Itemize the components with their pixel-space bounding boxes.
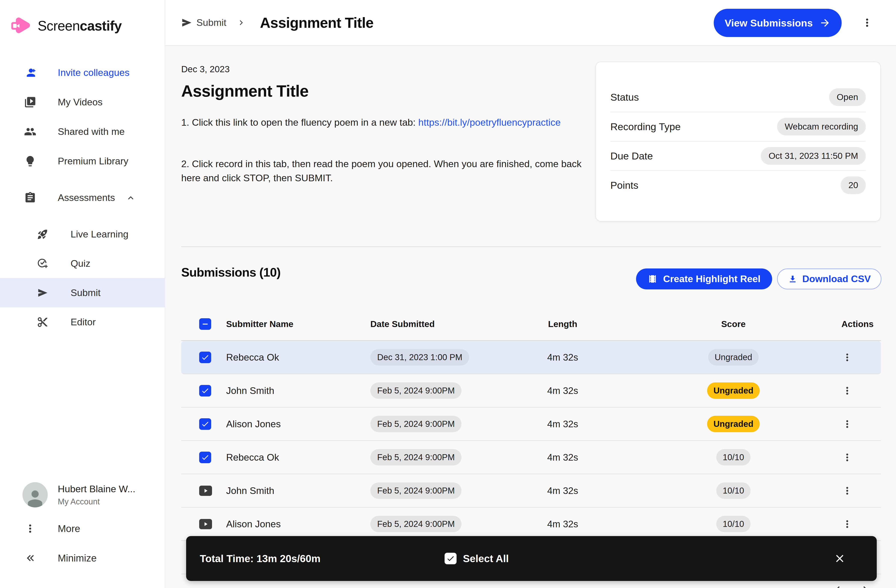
clipboard-icon bbox=[24, 191, 37, 204]
column-header-actions: Actions bbox=[841, 319, 881, 329]
submissions-table: Submitter NameDate SubmittedLengthScoreA… bbox=[181, 308, 881, 574]
assignment-details-card: Status Open Recording Type Webcam record… bbox=[596, 62, 881, 222]
scissors-icon bbox=[37, 316, 48, 328]
date-submitted-pill: Feb 5, 2024 9:00PM bbox=[370, 382, 462, 399]
chevron-up-icon bbox=[125, 192, 136, 203]
check-icon bbox=[201, 353, 209, 362]
date-submitted-pill: Feb 5, 2024 9:00PM bbox=[370, 449, 462, 465]
length-value: 4m 32s bbox=[500, 419, 625, 429]
score-pill: 10/10 bbox=[716, 449, 751, 465]
check-icon bbox=[446, 554, 455, 563]
table-row[interactable]: John Smith Feb 5, 2024 9:00PM 4m 32s Ung… bbox=[181, 374, 881, 407]
sidebar-item-assessments[interactable]: Assessments bbox=[0, 183, 165, 213]
sidebar-item-live-learning[interactable]: Live Learning bbox=[0, 219, 165, 249]
view-submissions-button[interactable]: View Submissions bbox=[714, 9, 842, 37]
arrow-right-icon bbox=[819, 17, 831, 29]
account-name: Hubert Blaine W... bbox=[58, 483, 136, 495]
lightbulb-icon bbox=[24, 155, 37, 167]
person-add-icon bbox=[24, 67, 37, 79]
row-actions-kebab-icon[interactable] bbox=[841, 518, 853, 530]
pagination-prev-icon[interactable] bbox=[831, 583, 844, 588]
sidebar-item-label: More bbox=[58, 523, 80, 534]
column-header-date-submitted: Date Submitted bbox=[370, 319, 500, 329]
detail-row-status: Status Open bbox=[610, 82, 866, 112]
row-checkbox-checked[interactable] bbox=[199, 352, 211, 363]
play-video-button[interactable] bbox=[199, 519, 212, 529]
row-actions-kebab-icon[interactable] bbox=[841, 418, 853, 430]
select-all-checkbox[interactable] bbox=[445, 553, 457, 564]
detail-label: Recording Type bbox=[610, 121, 681, 132]
sidebar-item-invite-colleagues[interactable]: Invite colleagues bbox=[0, 58, 165, 87]
length-value: 4m 32s bbox=[500, 452, 625, 463]
score-pill: Ungraded bbox=[707, 382, 760, 399]
table-row[interactable]: Alison Jones Feb 5, 2024 9:00PM 4m 32s U… bbox=[181, 407, 881, 441]
sidebar-item-editor[interactable]: Editor bbox=[0, 307, 165, 337]
sidebar-item-submit[interactable]: Submit bbox=[0, 278, 165, 307]
close-icon[interactable] bbox=[834, 552, 846, 565]
create-highlight-reel-button[interactable]: Create Highlight Reel bbox=[636, 269, 772, 289]
chevron-right-icon bbox=[236, 18, 246, 27]
detail-value-pill: 20 bbox=[841, 176, 866, 194]
row-actions-kebab-icon[interactable] bbox=[841, 385, 853, 397]
view-submissions-label: View Submissions bbox=[725, 17, 813, 29]
play-video-button[interactable] bbox=[199, 486, 212, 496]
check-icon bbox=[201, 386, 209, 395]
quiz-icon bbox=[37, 258, 48, 269]
assignment-link[interactable]: https://bit.ly/poetryfluencypractice bbox=[418, 117, 561, 128]
submitter-name: Rebecca Ok bbox=[226, 452, 370, 463]
send-icon bbox=[37, 287, 48, 299]
sidebar-item-quiz[interactable]: Quiz bbox=[0, 249, 165, 278]
sidebar-item-premium-library[interactable]: Premium Library bbox=[0, 146, 165, 176]
row-actions-kebab-icon[interactable] bbox=[841, 485, 853, 497]
detail-row-due-date: Due Date Oct 31, 2023 11:50 PM bbox=[610, 141, 866, 170]
account-subtitle: My Account bbox=[58, 497, 100, 506]
sidebar-item-shared-with-me[interactable]: Shared with me bbox=[0, 117, 165, 146]
date-submitted-pill: Dec 31, 2023 1:00 PM bbox=[370, 349, 469, 366]
date-submitted-pill: Feb 5, 2024 9:00PM bbox=[370, 482, 462, 499]
detail-label: Status bbox=[610, 91, 639, 103]
score-pill: 10/10 bbox=[716, 482, 751, 499]
assignment-title: Assignment Title bbox=[181, 82, 308, 100]
detail-label: Points bbox=[610, 179, 638, 191]
check-icon bbox=[201, 420, 209, 428]
film-icon bbox=[648, 274, 657, 284]
pagination-next-icon[interactable] bbox=[859, 583, 872, 588]
people-icon bbox=[24, 126, 37, 138]
date-submitted-pill: Feb 5, 2024 9:00PM bbox=[370, 516, 462, 532]
app-logo[interactable]: Screencastify bbox=[10, 14, 122, 38]
total-time-label: Total Time: 13m 20s/60m bbox=[200, 553, 320, 565]
section-divider bbox=[181, 246, 881, 247]
sidebar-item-minimize[interactable]: Minimize bbox=[0, 545, 165, 571]
sidebar-item-more[interactable]: More bbox=[0, 516, 165, 541]
detail-value-pill: Oct 31, 2023 11:50 PM bbox=[761, 147, 866, 165]
row-checkbox-checked[interactable] bbox=[199, 385, 211, 397]
score-pill: Ungraded bbox=[707, 416, 760, 432]
row-actions-kebab-icon[interactable] bbox=[841, 452, 853, 463]
row-checkbox-checked[interactable] bbox=[199, 452, 211, 463]
account-section[interactable]: Hubert Blaine W... My Account bbox=[0, 477, 165, 513]
select-all-header-checkbox[interactable] bbox=[199, 318, 211, 330]
detail-value-pill: Open bbox=[829, 88, 866, 106]
row-checkbox-checked[interactable] bbox=[199, 418, 211, 430]
header-menu-kebab-icon[interactable] bbox=[861, 17, 873, 29]
length-value: 4m 32s bbox=[500, 385, 625, 396]
row-actions-kebab-icon[interactable] bbox=[841, 352, 853, 363]
date-submitted-pill: Feb 5, 2024 9:00PM bbox=[370, 416, 462, 432]
double-chevron-left-icon bbox=[24, 552, 37, 564]
video-library-icon bbox=[24, 96, 37, 108]
sidebar-item-my-videos[interactable]: My Videos bbox=[0, 87, 165, 117]
length-value: 4m 32s bbox=[500, 485, 625, 496]
submitter-name: John Smith bbox=[226, 385, 370, 396]
submitter-name: Rebecca Ok bbox=[226, 352, 370, 363]
download-csv-button[interactable]: Download CSV bbox=[777, 269, 881, 289]
rocket-icon bbox=[37, 228, 48, 240]
detail-row-points: Points 20 bbox=[610, 170, 866, 200]
instruction-1: 1. Click this link to open the fluency p… bbox=[181, 115, 588, 129]
main-content: Dec 3, 2023 Assignment Title 1. Click th… bbox=[165, 46, 896, 588]
kebab-icon bbox=[24, 523, 37, 535]
table-row[interactable]: John Smith Feb 5, 2024 9:00PM 4m 32s 10/… bbox=[181, 474, 881, 507]
detail-label: Due Date bbox=[610, 150, 653, 162]
table-row[interactable]: Rebecca Ok Dec 31, 2023 1:00 PM 4m 32s U… bbox=[181, 341, 881, 374]
breadcrumb[interactable]: Submit bbox=[197, 17, 226, 28]
table-row[interactable]: Rebecca Ok Feb 5, 2024 9:00PM 4m 32s 10/… bbox=[181, 441, 881, 474]
